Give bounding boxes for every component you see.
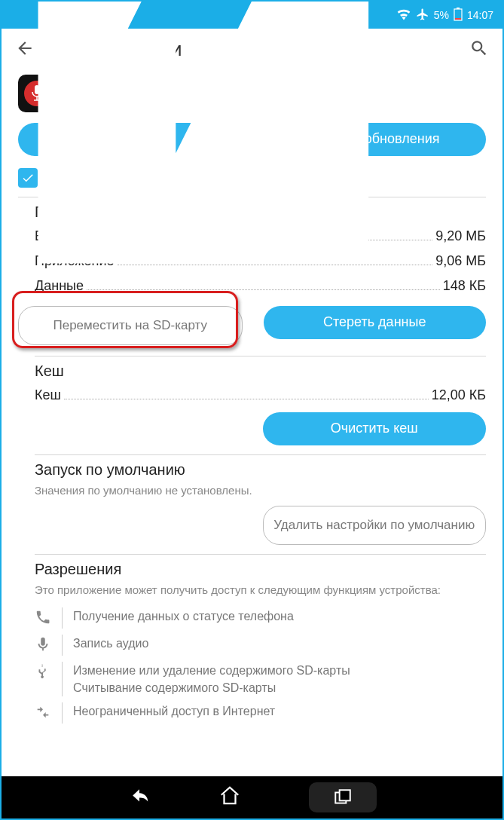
airplane-icon — [416, 8, 429, 23]
svg-rect-7 — [339, 790, 350, 800]
storage-total-value: 9,20 МБ — [435, 228, 486, 244]
move-to-sd-button[interactable]: Переместить на SD-карту — [18, 306, 243, 345]
clock-time: 14:07 — [467, 9, 493, 21]
battery-charging-icon — [11, 0, 396, 291]
usb-icon — [35, 663, 51, 683]
nav-back-icon[interactable] — [128, 785, 151, 810]
nav-home-icon[interactable] — [218, 785, 241, 810]
status-bar: 5% 14:07 — [2, 2, 502, 29]
permission-label: Получение данных о статусе телефона — [73, 607, 294, 625]
nav-recent-icon[interactable] — [309, 782, 377, 812]
cache-row: Кеш 12,00 КБ — [2, 383, 502, 408]
permission-label: Запись аудио — [73, 635, 148, 652]
permission-label: Неограниченный доступ в Интернет — [73, 702, 275, 720]
storage-data-value: 148 КБ — [443, 278, 486, 294]
cache-value: 12,00 КБ — [432, 387, 486, 403]
clear-defaults-button[interactable]: Удалить настройки по умолчанию — [263, 506, 487, 545]
permission-row: Получение данных о статусе телефона — [2, 604, 502, 632]
wifi-icon — [396, 8, 411, 23]
svg-rect-2 — [455, 18, 461, 20]
defaults-sub: Значения по умолчанию не установлены. — [2, 482, 502, 504]
search-icon[interactable] — [469, 38, 489, 61]
clear-data-button[interactable]: Стереть данные — [264, 306, 487, 339]
clear-cache-button[interactable]: Очистить кеш — [263, 412, 487, 445]
svg-rect-1 — [457, 8, 460, 9]
permissions-title: Разрешения — [2, 555, 502, 581]
storage-app-value: 9,06 МБ — [435, 253, 486, 269]
permission-row: Неограниченный доступ в Интернет — [2, 699, 502, 727]
permission-row: Запись аудио — [2, 632, 502, 659]
cache-label: Кеш — [35, 387, 61, 403]
permissions-sub: Это приложение может получить доступ к с… — [2, 581, 502, 604]
battery-pct: 5% — [434, 9, 449, 21]
battery-icon — [454, 8, 463, 23]
permission-row: Изменение или удаление содержимого SD-ка… — [2, 659, 502, 699]
defaults-title: Запуск по умолчанию — [2, 455, 502, 482]
permission-label: Изменение или удаление содержимого SD-ка… — [73, 662, 350, 696]
nav-bar — [2, 776, 502, 818]
network-icon — [35, 704, 51, 724]
mic-icon — [35, 636, 51, 656]
cache-title: Кеш — [2, 356, 502, 383]
phone-icon — [35, 609, 51, 629]
